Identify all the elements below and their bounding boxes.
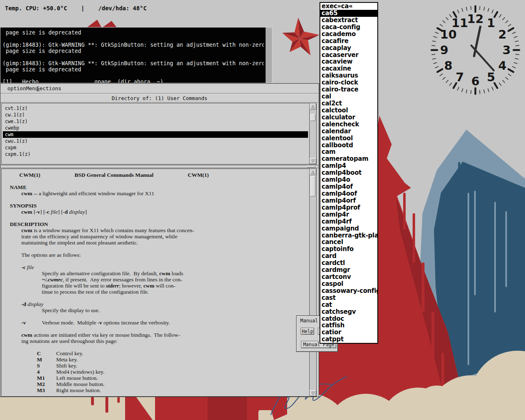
exec-menu-item[interactable]: card — [320, 253, 377, 260]
terminal-line: (gimp:18483): Gtk-WARNING **: GtkSpinBut… — [2, 60, 264, 66]
man-line: SShift key. — [2, 363, 309, 369]
directory-entry[interactable]: cxpm.1(z) — [3, 151, 308, 158]
man-page-scrollbar[interactable]: △ ▽ — [309, 169, 317, 397]
exec-menu-item[interactable]: cairo-trace — [320, 86, 377, 93]
exec-menu-item[interactable]: catfish — [320, 322, 377, 329]
man-line: cwm actions are initiated either via key… — [2, 332, 309, 338]
menu-sections[interactable]: Sections — [37, 85, 61, 91]
directory-list-pane: cvt.1(z)cw.1(z)cwe.1(z)cwebpcwmcwu.1(z)c… — [1, 103, 310, 164]
directory-entry[interactable]: cvt.1(z) — [3, 105, 308, 112]
exec-menu-item[interactable]: ca65 — [320, 10, 377, 17]
directory-scrollbar[interactable]: △ ▽ — [309, 103, 317, 164]
exec-menu-item[interactable]: cacaxine — [320, 65, 377, 72]
exec-menu-item[interactable]: cardctl — [320, 260, 377, 267]
directory-entry[interactable]: cxpm — [3, 144, 308, 151]
clock-number: 5 — [487, 70, 495, 84]
exec-menu-item[interactable]: camlp4orf — [320, 197, 377, 204]
man-line: -c file — [2, 264, 309, 270]
exec-menu-item[interactable]: cacaplay — [320, 45, 377, 52]
exec-menu-item[interactable]: callbootd — [320, 142, 377, 149]
directory-scroll-thumb[interactable] — [310, 114, 315, 121]
terminal-line: page size is deprecated — [2, 48, 264, 54]
man-line: -d display — [2, 301, 309, 307]
pane-divider[interactable] — [0, 165, 319, 168]
exec-menu-item[interactable]: cardmgr — [320, 267, 377, 274]
scroll-up-icon[interactable]: △ — [310, 169, 316, 175]
exec-menu-item[interactable]: calentool — [320, 135, 377, 142]
scroll-up-icon[interactable]: △ — [310, 103, 316, 110]
exec-menu-item[interactable]: cal — [320, 93, 377, 100]
directory-entry[interactable]: cwm — [3, 131, 308, 138]
exec-menu-item[interactable]: catdoc — [320, 315, 377, 322]
terminal-output: page size is deprecated (gimp:18483): Gt… — [2, 30, 264, 83]
exec-menu-item[interactable]: caspol — [320, 281, 377, 288]
man-line: trate on the efficiency and transparency… — [2, 233, 309, 240]
exec-menu-item[interactable]: captoinfo — [320, 246, 377, 253]
exec-menu-item[interactable]: catior — [320, 329, 377, 336]
terminal-window[interactable]: page size is deprecated (gimp:18483): Gt… — [0, 27, 272, 83]
analog-clock: 123456789101112 — [430, 3, 521, 97]
directory-label: Directory of: (1) User Commands — [0, 94, 319, 103]
sash-grip[interactable] — [306, 166, 315, 167]
terminal-line: page size is deprecated — [2, 66, 264, 73]
man-line: Specify the display to use. — [2, 307, 309, 313]
man-line: cwm [-v] [-c file] [-d display] — [2, 209, 309, 215]
man-line: The options are as follows: — [2, 252, 309, 258]
cpu-temp-status: Temp. CPU: +50.0°C | /dev/hda: 48°C — [5, 5, 147, 11]
minute-hand — [471, 46, 494, 71]
exec-menu-item[interactable]: cabextract — [320, 17, 377, 24]
exec-menu-item[interactable]: caca-config — [320, 24, 377, 31]
exec-menu-item[interactable]: cacaserver — [320, 52, 377, 59]
man-scroll-thumb[interactable] — [310, 176, 315, 196]
man-line: M3Right mouse button. — [2, 387, 309, 393]
exec-menu-item[interactable]: cartconv — [320, 274, 377, 281]
exec-menu-item[interactable]: canberra-gtk-play — [320, 232, 377, 239]
menu-options[interactable]: optionMenu — [7, 85, 38, 91]
exec-menu-item[interactable]: cacafire — [320, 38, 377, 45]
exec-menu-item[interactable]: cacademo — [320, 31, 377, 38]
terminal-scrollbar[interactable] — [265, 27, 272, 83]
exec-menu-item[interactable]: campaignd — [320, 225, 377, 232]
man-line: tinue to process the rest of the configu… — [2, 289, 309, 295]
exec-menu-item[interactable]: catchsegv — [320, 308, 377, 315]
exec-menu-item[interactable]: calculator — [320, 114, 377, 121]
exec-menu-item[interactable]: camlp4o — [320, 176, 377, 183]
scroll-down-icon[interactable]: ▽ — [310, 390, 316, 396]
exec-menu-item[interactable]: cameratopam — [320, 155, 377, 162]
exec-menu-item[interactable]: cat — [320, 301, 377, 308]
directory-list: cvt.1(z)cw.1(z)cwe.1(z)cwebpcwmcwu.1(z)c… — [2, 105, 309, 158]
exec-menu-item[interactable]: cal2ct — [320, 100, 377, 107]
exec-menu-item[interactable]: cairo-clock — [320, 79, 377, 86]
exec-menu-item[interactable]: cacaview — [320, 58, 377, 65]
exec-menu-item[interactable]: caiksaurus — [320, 72, 377, 79]
man-section-title: DESCRIPTION — [2, 221, 309, 227]
directory-entry[interactable]: cwu.1(z) — [3, 138, 308, 144]
exec-menu-item[interactable]: camlp4rf — [320, 218, 377, 225]
directory-entry[interactable]: cw.1(z) — [3, 112, 308, 118]
directory-entry[interactable]: cwebp — [3, 125, 308, 131]
exec-menu-item[interactable]: cassowary-config — [320, 288, 377, 294]
man-blank-line — [2, 178, 309, 184]
exec-menu-item[interactable]: cast — [320, 294, 377, 301]
exec-menu-item[interactable]: camlp4of — [320, 183, 377, 190]
directory-entry[interactable]: cwe.1(z) — [3, 118, 308, 125]
terminal-line — [2, 36, 264, 42]
exec-menu: exec»ca« ca65cabextractcaca-configcacade… — [320, 2, 378, 344]
exec-menu-item[interactable]: calendar — [320, 128, 377, 135]
exec-menu-item[interactable]: cam — [320, 148, 377, 155]
exec-menu-item[interactable]: catppt — [320, 336, 377, 343]
exec-menu-item[interactable]: camlp4 — [320, 162, 377, 169]
terminal-line: page size is deprecated — [2, 30, 264, 36]
terminal-line: [1] Hecho gpane (dir ahora ~) — [2, 79, 264, 83]
exec-menu-item[interactable]: camlp4r — [320, 211, 377, 218]
exec-menu-item[interactable]: calctool — [320, 107, 377, 114]
exec-menu-item[interactable]: calencheck — [320, 121, 377, 128]
scroll-down-icon[interactable]: ▽ — [310, 158, 316, 164]
exec-menu-item[interactable]: camlp4boot — [320, 169, 377, 176]
exec-menu-item[interactable]: cancel — [320, 239, 377, 246]
man-line: cwm is a window manager for X11 which co… — [2, 227, 309, 233]
exec-menu-item[interactable]: camlp4oof — [320, 190, 377, 197]
exec-menu-item[interactable]: camlp4prof — [320, 204, 377, 211]
help-button[interactable]: Help — [301, 328, 314, 335]
man-line: Specify an alternative configuration fil… — [2, 270, 309, 276]
